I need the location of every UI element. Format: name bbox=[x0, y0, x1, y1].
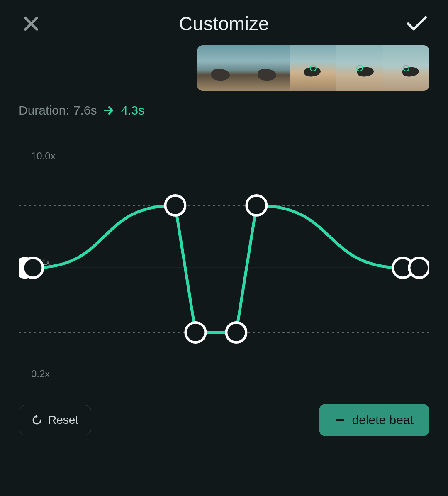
reset-label: Reset bbox=[48, 413, 78, 427]
filmstrip-frame[interactable] bbox=[197, 45, 243, 91]
beat-marker-icon bbox=[403, 65, 409, 71]
speed-curve-editor[interactable]: 10.0x 1x 0.2x bbox=[19, 134, 429, 391]
close-icon[interactable] bbox=[21, 13, 41, 34]
curve-handle[interactable] bbox=[246, 195, 266, 215]
curve-handle[interactable] bbox=[185, 323, 205, 342]
duration-from: 7.6s bbox=[73, 103, 97, 117]
beat-marker-icon bbox=[356, 65, 363, 71]
filmstrip-frame[interactable] bbox=[336, 45, 383, 91]
delete-beat-button[interactable]: delete beat bbox=[319, 404, 429, 436]
beat-marker-icon bbox=[310, 65, 317, 71]
duration-label: Duration: bbox=[19, 103, 69, 117]
reset-button[interactable]: Reset bbox=[19, 405, 91, 435]
filmstrip-frame[interactable] bbox=[290, 45, 336, 91]
curve-handle[interactable] bbox=[165, 195, 185, 215]
delete-beat-label: delete beat bbox=[352, 413, 414, 427]
duration-to: 4.3s bbox=[121, 103, 144, 117]
arrow-right-icon bbox=[103, 105, 114, 116]
filmstrip[interactable] bbox=[197, 45, 429, 91]
curve-handle[interactable] bbox=[226, 323, 246, 342]
minus-icon bbox=[335, 415, 346, 425]
curve-handle[interactable] bbox=[409, 258, 429, 278]
duration-readout: Duration:7.6s 4.3s bbox=[0, 91, 448, 122]
page-title: Customize bbox=[179, 12, 269, 35]
confirm-icon[interactable] bbox=[407, 13, 427, 34]
reset-icon bbox=[32, 415, 42, 425]
svg-rect-7 bbox=[336, 419, 344, 421]
curve-handle[interactable] bbox=[23, 258, 43, 278]
filmstrip-frame[interactable] bbox=[243, 45, 290, 91]
filmstrip-frame[interactable] bbox=[383, 45, 429, 91]
